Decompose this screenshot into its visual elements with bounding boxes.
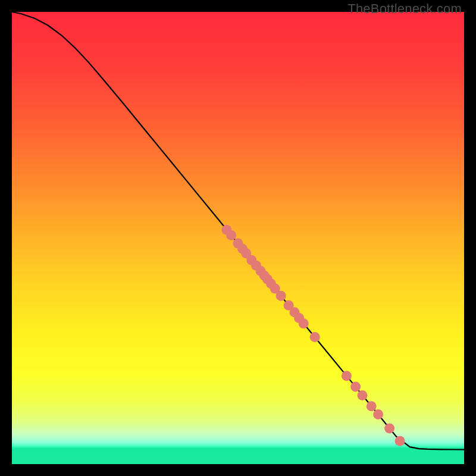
chart-frame: TheBottleneck.com [0, 0, 476, 476]
watermark-text: TheBottleneck.com [347, 1, 462, 17]
data-point [226, 230, 236, 240]
data-point [384, 423, 394, 433]
data-point [367, 401, 377, 411]
data-point [358, 390, 368, 400]
data-point [342, 371, 352, 381]
data-point [299, 318, 309, 328]
data-point [350, 382, 361, 392]
chart-svg [12, 12, 464, 464]
plot-area [12, 12, 464, 464]
data-point [276, 291, 286, 301]
data-points [222, 225, 405, 446]
data-point [395, 436, 405, 446]
curve-line [12, 12, 464, 450]
data-point [373, 409, 383, 419]
data-point [310, 332, 320, 342]
